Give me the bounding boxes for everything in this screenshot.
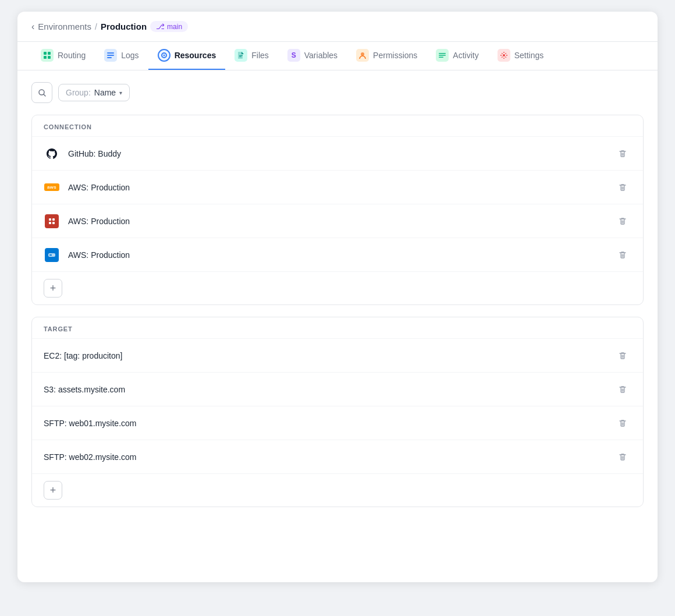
- table-row: SFTP: web02.mysite.com: [32, 440, 643, 474]
- files-icon: [235, 49, 247, 62]
- tab-routing-label: Routing: [58, 51, 86, 60]
- target-header: TARGET: [32, 317, 643, 339]
- group-value: Name: [94, 88, 116, 97]
- tab-permissions[interactable]: Permissions: [347, 42, 427, 70]
- resource-label: GitHub: Buddy: [68, 149, 606, 158]
- group-label: Group:: [66, 88, 91, 97]
- breadcrumb: ‹ Environments / Production ⎇ main: [31, 21, 644, 41]
- delete-aws1-button[interactable]: [614, 179, 631, 196]
- settings-icon: [498, 49, 510, 62]
- svg-rect-2: [44, 56, 47, 59]
- delete-ec2-button[interactable]: [614, 347, 631, 364]
- svg-point-16: [503, 54, 505, 56]
- svg-rect-10: [239, 55, 243, 56]
- group-dropdown[interactable]: Group: Name ▾: [58, 84, 130, 101]
- breadcrumb-environments: Environments: [38, 22, 91, 31]
- logs-icon: [104, 49, 117, 62]
- tab-activity-label: Activity: [453, 51, 478, 60]
- github-icon: [44, 146, 60, 162]
- add-target-button[interactable]: +: [44, 481, 62, 500]
- svg-rect-6: [107, 57, 112, 58]
- header: ‹ Environments / Production ⎇ main: [17, 12, 658, 42]
- delete-sftp1-button[interactable]: [614, 415, 631, 432]
- tab-settings-label: Settings: [514, 51, 544, 60]
- variables-icon: S: [287, 49, 300, 62]
- resource-label: S3: assets.mysite.com: [44, 385, 606, 394]
- delete-aws3-button[interactable]: [614, 246, 631, 264]
- connection-add-row: +: [32, 272, 643, 305]
- tab-activity[interactable]: Activity: [427, 42, 488, 70]
- tab-logs-label: Logs: [121, 51, 138, 60]
- add-connection-button[interactable]: +: [44, 279, 62, 298]
- svg-rect-14: [439, 55, 446, 56]
- delete-s3-button[interactable]: [614, 381, 631, 398]
- resource-label: AWS: Production: [68, 217, 606, 226]
- activity-icon: [436, 49, 449, 62]
- resource-label: AWS: Production: [68, 250, 606, 260]
- branch-badge: ⎇ main: [150, 21, 188, 32]
- svg-rect-5: [107, 55, 114, 56]
- svg-rect-15: [439, 57, 443, 58]
- table-row: AWS: Production: [32, 204, 643, 238]
- table-row: GitHub: Buddy: [32, 137, 643, 171]
- nav-tabs: Routing Logs Resources: [17, 42, 658, 70]
- resource-label: SFTP: web01.mysite.com: [44, 419, 606, 428]
- chevron-down-icon: ▾: [119, 90, 122, 96]
- connection-section: CONNECTION GitHub: Buddy: [31, 115, 644, 305]
- delete-github-button[interactable]: [614, 145, 631, 162]
- aws-red-icon: [44, 213, 60, 229]
- filter-bar: Group: Name ▾: [31, 82, 644, 103]
- tab-variables-label: Variables: [304, 51, 338, 60]
- table-row: EC2: [tag: produciton]: [32, 339, 643, 373]
- breadcrumb-production: Production: [101, 22, 147, 31]
- routing-icon: [41, 49, 54, 62]
- tab-routing[interactable]: Routing: [31, 42, 95, 70]
- aws-icon: aws: [44, 179, 60, 196]
- svg-rect-3: [48, 56, 51, 59]
- breadcrumb-separator: /: [95, 22, 97, 31]
- svg-rect-21: [52, 222, 55, 224]
- branch-icon: ⎇: [156, 22, 165, 31]
- svg-point-8: [163, 55, 165, 56]
- back-button[interactable]: ‹: [31, 22, 34, 32]
- resource-label: AWS: Production: [68, 183, 606, 192]
- search-icon: [38, 88, 47, 97]
- svg-rect-1: [48, 52, 51, 55]
- svg-rect-23: [49, 254, 52, 256]
- resource-label: EC2: [tag: produciton]: [44, 351, 606, 360]
- tab-files-label: Files: [251, 51, 269, 60]
- resource-label: SFTP: web02.mysite.com: [44, 452, 606, 462]
- tab-settings[interactable]: Settings: [488, 42, 553, 70]
- tab-variables[interactable]: S Variables: [278, 42, 347, 70]
- main-content: Group: Name ▾ CONNECTION GitHub: Buddy: [17, 70, 658, 530]
- delete-aws2-button[interactable]: [614, 213, 631, 230]
- azure-icon: [44, 247, 60, 263]
- svg-rect-19: [52, 218, 55, 221]
- svg-point-12: [361, 52, 364, 56]
- tab-resources-label: Resources: [175, 51, 216, 60]
- branch-name: main: [167, 23, 182, 31]
- target-add-row: +: [32, 474, 643, 507]
- resources-icon: [158, 49, 170, 62]
- svg-rect-18: [49, 218, 51, 221]
- table-row: aws AWS: Production: [32, 171, 643, 204]
- target-section: TARGET EC2: [tag: produciton] S3: assets…: [31, 317, 644, 507]
- permissions-icon: [356, 49, 369, 62]
- search-button[interactable]: [31, 82, 52, 103]
- delete-sftp2-button[interactable]: [614, 448, 631, 466]
- svg-rect-13: [439, 53, 446, 54]
- table-row: S3: assets.mysite.com: [32, 373, 643, 406]
- tab-permissions-label: Permissions: [373, 51, 417, 60]
- tab-logs[interactable]: Logs: [95, 42, 148, 70]
- svg-rect-4: [107, 52, 114, 54]
- svg-rect-20: [49, 222, 51, 224]
- table-row: SFTP: web01.mysite.com: [32, 406, 643, 440]
- table-row: AWS: Production: [32, 238, 643, 272]
- connection-header: CONNECTION: [32, 115, 643, 137]
- svg-rect-0: [44, 52, 47, 55]
- tab-resources[interactable]: Resources: [148, 42, 226, 70]
- app-container: ‹ Environments / Production ⎇ main Routi…: [17, 12, 658, 582]
- tab-files[interactable]: Files: [225, 42, 278, 70]
- svg-rect-11: [239, 56, 241, 57]
